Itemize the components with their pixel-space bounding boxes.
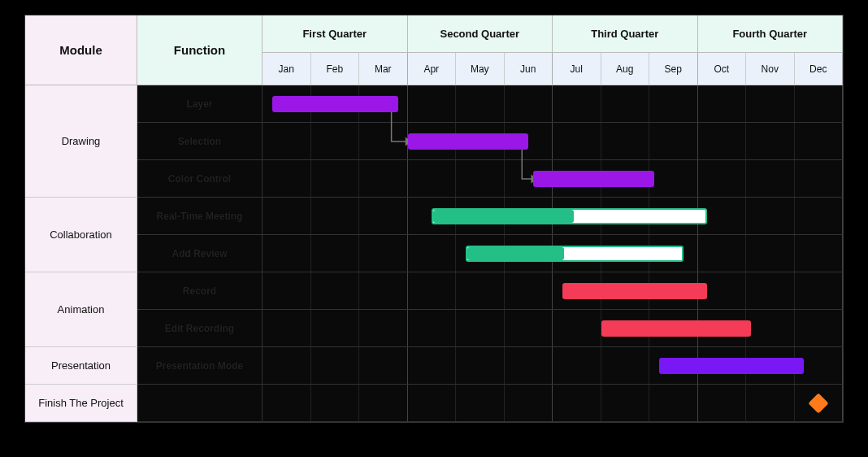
function-cell: Layer	[137, 85, 263, 123]
header-q1: First Quarter	[263, 15, 408, 53]
header-month: Jul	[553, 53, 601, 85]
header-months: Jan Feb Mar Apr May Jun Jul Aug Sep Oct …	[263, 53, 843, 85]
gantt-body: Drawing Collaboration Animation Presenta…	[25, 85, 843, 422]
module-column: Drawing Collaboration Animation Presenta…	[25, 85, 137, 422]
module-cell-presentation: Presentation	[25, 347, 137, 385]
header-quarters: First Quarter Second Quarter Third Quart…	[263, 15, 843, 53]
module-cell-animation: Animation	[25, 272, 137, 347]
module-cell-collaboration: Collaboration	[25, 198, 137, 272]
function-cell	[137, 385, 263, 422]
function-cell: Color Control	[137, 160, 263, 198]
header-timeline: First Quarter Second Quarter Third Quart…	[263, 15, 843, 85]
header-month: Jan	[263, 53, 311, 85]
header-month: Nov	[746, 53, 795, 85]
header-month: Oct	[698, 53, 747, 85]
function-column: Layer Selection Color Control Real-Time …	[137, 85, 263, 422]
milestone-finish[interactable]	[809, 393, 829, 413]
header-month: Dec	[795, 53, 844, 85]
header-function: Function	[137, 15, 263, 85]
header-module: Module	[25, 15, 137, 85]
header-month: May	[456, 53, 505, 85]
milestones-layer	[263, 85, 843, 422]
header-month: Sep	[649, 53, 698, 85]
function-cell: Record	[137, 272, 263, 310]
function-cell: Presentation Mode	[137, 347, 263, 385]
header-month: Apr	[408, 53, 457, 85]
function-cell: Add Review	[137, 235, 263, 272]
header-month: Feb	[311, 53, 360, 85]
header-q2: Second Quarter	[408, 15, 553, 53]
header-row: Module Function First Quarter Second Qua…	[25, 15, 843, 85]
module-cell-finish: Finish The Project	[25, 385, 137, 422]
function-cell: Real-Time Meeting	[137, 198, 263, 235]
header-month: Mar	[359, 53, 408, 85]
header-q4: Fourth Quarter	[698, 15, 844, 53]
function-cell: Selection	[137, 123, 263, 160]
header-month: Jun	[505, 53, 553, 85]
timeline-area	[263, 85, 843, 422]
gantt-chart: Module Function First Quarter Second Qua…	[24, 15, 844, 423]
function-cell: Edit Recording	[137, 310, 263, 347]
module-cell-drawing: Drawing	[25, 85, 137, 198]
header-month: Aug	[601, 53, 650, 85]
header-q3: Third Quarter	[553, 15, 698, 53]
